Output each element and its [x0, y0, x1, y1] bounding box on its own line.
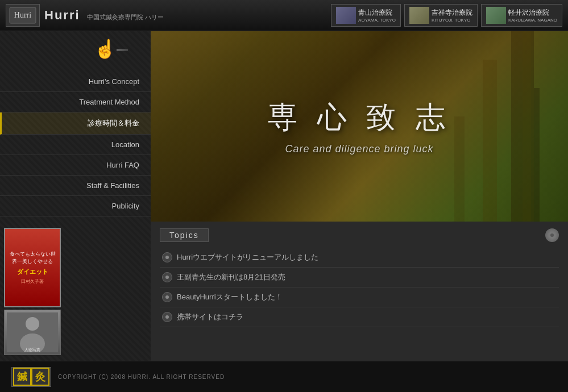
- topic-item[interactable]: Hurriウエブサイトがリニューアルしました: [160, 248, 559, 268]
- clinic-item-karuizawa[interactable]: 軽井沢治療院 KARUIZAWA, NAGANO: [481, 4, 562, 27]
- sidebar-nav-item[interactable]: Hurri FAQ: [0, 155, 151, 176]
- sidebar-book-text: 食べても太らない世界一美しくやせる: [8, 251, 57, 265]
- sidebar-nav-item[interactable]: 診療時間＆料金: [0, 112, 151, 135]
- topic-item[interactable]: 携帯サイトはコチラ: [160, 307, 559, 327]
- topic-bullet: [162, 292, 172, 302]
- topic-bullet: [162, 272, 172, 282]
- header: Hurri Hurri 中国式鍼灸療専門院 ハリー 青山治療院 AOYAMA, …: [0, 0, 568, 31]
- sidebar-nav-item[interactable]: Treatment Method: [0, 92, 151, 112]
- svg-rect-8: [534, 88, 540, 222]
- sidebar-nav: Hurri's ConceptTreatment Method診療時間＆料金Lo…: [0, 72, 151, 216]
- sidebar-person: 人物写真: [4, 310, 61, 355]
- topic-bullet: [162, 252, 172, 262]
- topic-item[interactable]: 王副青先生の新刊は8月21日発売: [160, 268, 559, 287]
- clinic-name-en: AOYAMA, TOKYO: [358, 18, 396, 23]
- svg-rect-10: [454, 116, 465, 222]
- topic-text: 王副青先生の新刊は8月21日発売: [177, 272, 285, 282]
- hero-text-ja: 専 心 致 志: [268, 98, 450, 137]
- logo-text: Hurri 中国式鍼灸療専門院 ハリー: [44, 8, 164, 23]
- book-author: 田村久子著: [21, 278, 44, 285]
- clinic-thumb: [486, 7, 506, 24]
- topic-text: Hurriウエブサイトがリニューアルしました: [177, 252, 318, 262]
- clinic-item-aoyama[interactable]: 青山治療院 AOYAMA, TOKYO: [331, 4, 401, 27]
- clinic-nav: 青山治療院 AOYAMA, TOKYO 吉祥寺治療院 KITIJYOJI, TO…: [331, 4, 562, 27]
- clinic-item-kitijyoji[interactable]: 吉祥寺治療院 KITIJYOJI, TOKYO: [404, 4, 478, 27]
- clinic-label: 青山治療院 AOYAMA, TOKYO: [358, 8, 396, 23]
- clinic-thumb: [409, 7, 429, 24]
- svg-text:灸: 灸: [35, 371, 46, 382]
- main-container: ☝ Hurri's ConceptTreatment Method診療時間＆料金…: [0, 31, 568, 361]
- clinic-name-en: KARUIZAWA, NAGANO: [508, 18, 557, 23]
- topics-header: Topics: [160, 228, 559, 242]
- sidebar-nav-item[interactable]: Location: [0, 135, 151, 155]
- svg-text:鍼: 鍼: [16, 371, 28, 382]
- topic-bullet: [162, 312, 172, 322]
- clinic-name-en: KITIJYOJI, TOKYO: [432, 18, 472, 23]
- svg-text:Hurri: Hurri: [14, 11, 31, 19]
- svg-text:人物写真: 人物写真: [24, 348, 40, 352]
- topic-text: 携帯サイトはコチラ: [177, 312, 243, 322]
- clinic-label: 吉祥寺治療院 KITIJYOJI, TOKYO: [432, 8, 472, 23]
- hero-text-en: Care and diligence bring luck: [285, 143, 433, 155]
- sidebar-nav-item[interactable]: Staff & Facilities: [0, 176, 151, 196]
- logo-area: Hurri Hurri 中国式鍼灸療専門院 ハリー: [6, 4, 164, 27]
- sidebar: ☝ Hurri's ConceptTreatment Method診療時間＆料金…: [0, 31, 151, 361]
- clinic-name-ja: 吉祥寺治療院: [432, 8, 472, 18]
- clinic-label: 軽井沢治療院 KARUIZAWA, NAGANO: [508, 8, 557, 23]
- topic-item[interactable]: BeautyHurriスタートしました！: [160, 287, 559, 307]
- topics-list: Hurriウエブサイトがリニューアルしました 王副青先生の新刊は8月21日発売 …: [160, 248, 559, 327]
- sidebar-nav-item[interactable]: Publicity: [0, 196, 151, 216]
- footer-copyright: COPYRIGHT (C) 2008 HURRI. ALL RIGHT RESE…: [58, 374, 225, 380]
- svg-point-3: [26, 317, 39, 331]
- sidebar-book-title: ダイエット: [17, 268, 48, 276]
- footer-logo: 鍼 灸: [11, 367, 51, 387]
- logo-image: Hurri: [6, 4, 40, 27]
- topics-scroll-button[interactable]: [545, 228, 559, 242]
- clinic-name-ja: 軽井沢治療院: [508, 8, 557, 18]
- svg-rect-9: [483, 60, 497, 222]
- svg-point-12: [550, 233, 554, 237]
- topic-text: BeautyHurriスタートしました！: [177, 292, 283, 302]
- sidebar-nav-item[interactable]: Hurri's Concept: [0, 72, 151, 92]
- topics-area: Topics Hurriウエブサイトがリニューアルしました 王副青先生の新刊は8…: [151, 222, 568, 361]
- footer: 鍼 灸 COPYRIGHT (C) 2008 HURRI. ALL RIGHT …: [0, 361, 568, 392]
- topics-label: Topics: [160, 228, 209, 242]
- sidebar-icon: ☝: [94, 37, 128, 60]
- clinic-thumb: [336, 7, 356, 24]
- svg-rect-7: [523, 31, 531, 222]
- sidebar-book[interactable]: 食べても太らない世界一美しくやせる ダイエット 田村久子著: [4, 228, 61, 307]
- content: 専 心 致 志 Care and diligence bring luck To…: [151, 31, 568, 361]
- clinic-name-ja: 青山治療院: [358, 8, 396, 18]
- hero: 専 心 致 志 Care and diligence bring luck: [151, 31, 568, 222]
